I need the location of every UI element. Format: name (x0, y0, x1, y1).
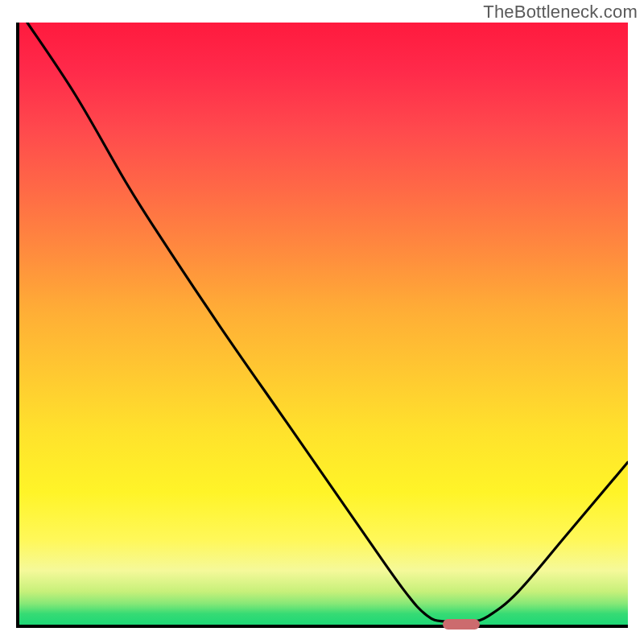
chart-curve-path (27, 23, 628, 622)
chart-optimum-marker (443, 619, 480, 629)
chart-plot-area (16, 23, 628, 628)
watermark-text: TheBottleneck.com (483, 2, 638, 23)
chart-curve (19, 23, 628, 625)
